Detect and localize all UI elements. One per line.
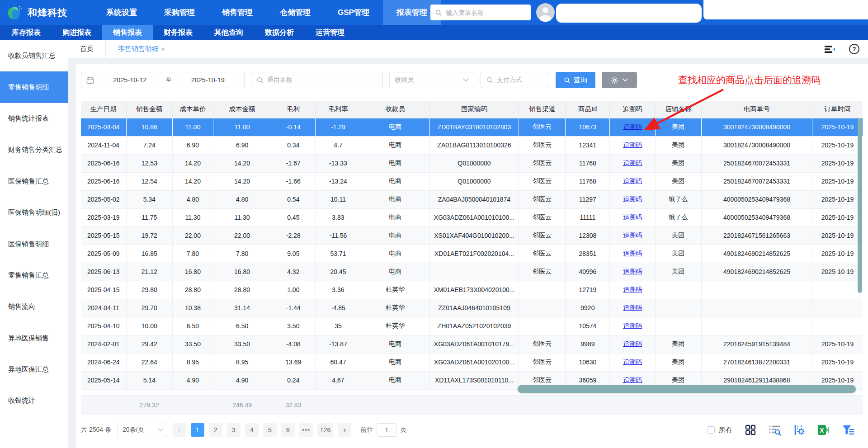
trace-code-link[interactable]: 追溯码 bbox=[623, 195, 642, 203]
cashier-select[interactable]: 收银员 bbox=[389, 72, 474, 88]
page-button[interactable]: 126 bbox=[317, 423, 333, 437]
page-button[interactable]: 1 bbox=[191, 423, 204, 437]
subnav-item[interactable]: 库存报表 bbox=[1, 25, 52, 40]
date-range-picker[interactable]: 2025-10-12 至 2025-10-19 bbox=[81, 72, 245, 88]
excel-export-icon[interactable]: X bbox=[817, 424, 830, 436]
topnav-item[interactable]: 采购管理 bbox=[151, 0, 208, 25]
date-from-value[interactable]: 2025-10-12 bbox=[99, 76, 161, 84]
trace-code-link[interactable]: 追溯码 bbox=[623, 250, 642, 257]
table-row[interactable]: 2024-04-1129.7010.3831.14-1.44-4.85杜英华ZZ… bbox=[81, 299, 863, 317]
sidebar-item[interactable]: 销售统计报表 bbox=[0, 103, 68, 134]
subnav-item[interactable]: 运营管理 bbox=[305, 25, 355, 40]
sidebar-item[interactable]: 异地医保销售 bbox=[0, 323, 68, 354]
table-row[interactable]: 2025-05-025.344.804.800.5410.11电商ZA04BAJ… bbox=[81, 190, 863, 208]
horizontal-scrollbar-thumb[interactable] bbox=[518, 385, 856, 393]
tab-home[interactable]: 首页 bbox=[68, 40, 106, 58]
menu-search-box[interactable] bbox=[430, 5, 531, 20]
page-button[interactable]: 4 bbox=[245, 423, 259, 437]
column-header[interactable]: 成本金额 bbox=[213, 101, 271, 118]
list-search-icon[interactable] bbox=[769, 424, 781, 436]
column-header[interactable]: 毛利率 bbox=[316, 101, 361, 118]
table-row[interactable]: 2025-06-1612.5314.2014.20-1.67-13.33电商Q0… bbox=[81, 154, 863, 172]
table-row[interactable]: 2024-02-0129.4233.5033.50-4.08-13.87电商XG… bbox=[81, 335, 863, 353]
trace-code-link[interactable]: 追溯码 bbox=[623, 358, 642, 365]
trace-code-link[interactable]: 追溯码 bbox=[623, 159, 642, 166]
subnav-item[interactable]: 销售报表 bbox=[102, 25, 153, 40]
vertical-scrollbar-thumb[interactable] bbox=[858, 118, 862, 293]
grid-view-icon[interactable] bbox=[745, 424, 756, 436]
menu-search-input[interactable] bbox=[446, 9, 518, 16]
table-row[interactable]: 2024-06-2422.648.958.9513.6960.47电商XG03A… bbox=[81, 353, 863, 371]
trace-code-link[interactable]: 追溯码 bbox=[623, 286, 642, 293]
table-row[interactable]: 2025-06-1612.5414.2014.20-1.66-13.24电商Q0… bbox=[81, 172, 863, 190]
user-avatar[interactable] bbox=[536, 3, 555, 22]
page-button[interactable]: 6 bbox=[281, 423, 295, 437]
topnav-item[interactable]: 销售管理 bbox=[208, 0, 266, 25]
column-header[interactable]: 商品Id bbox=[566, 101, 610, 118]
query-button[interactable]: 查询 bbox=[556, 72, 595, 88]
tab-retail-sales-detail[interactable]: 零售销售明细 × bbox=[106, 40, 177, 58]
select-all-checkbox[interactable] bbox=[708, 426, 715, 434]
page-button[interactable]: 5 bbox=[263, 423, 277, 437]
help-icon[interactable]: ? bbox=[849, 43, 860, 55]
next-page-button[interactable]: › bbox=[338, 423, 351, 437]
column-header[interactable]: 毛利 bbox=[271, 101, 316, 118]
more-pages-button[interactable]: ••• bbox=[299, 423, 313, 437]
column-header[interactable]: 成本单价 bbox=[172, 101, 213, 118]
trace-code-link[interactable]: 追溯码 bbox=[623, 322, 642, 329]
sidebar-item[interactable]: 医保销售明细 bbox=[0, 228, 68, 259]
trace-code-link[interactable]: 追溯码 bbox=[623, 141, 642, 148]
table-row[interactable]: 2025-04-1010.006.506.503.5035杜英华ZH01AAZ0… bbox=[81, 317, 863, 335]
sidebar-item[interactable]: 医保销售汇总 bbox=[0, 166, 68, 197]
trace-code-link[interactable]: 追溯码 bbox=[623, 340, 642, 347]
payment-method-search[interactable]: 支付方式 bbox=[481, 72, 549, 88]
settings-dropdown-button[interactable] bbox=[602, 72, 637, 88]
topnav-item[interactable]: 仓储管理 bbox=[266, 0, 324, 25]
topnav-item[interactable]: 系统设置 bbox=[93, 0, 151, 25]
subnav-item[interactable]: 财务报表 bbox=[153, 25, 203, 40]
topnav-item[interactable]: GSP管理 bbox=[324, 0, 383, 25]
subnav-item[interactable]: 购进报表 bbox=[52, 25, 102, 40]
goto-page-input[interactable] bbox=[377, 423, 396, 437]
subnav-item[interactable]: 数据分析 bbox=[254, 25, 305, 40]
table-row[interactable]: 2025-05-1519.7222.0022.00-2.28-11.56电商XS… bbox=[81, 226, 863, 245]
sidebar-item[interactable]: 零售销售明细 bbox=[0, 71, 68, 103]
table-row[interactable]: 2024-11-047.246.906.900.344.7电商ZA01BAG01… bbox=[81, 136, 863, 154]
tab-close-icon[interactable]: × bbox=[161, 45, 165, 53]
trace-code-link[interactable]: 追溯码 bbox=[623, 376, 642, 383]
subnav-item[interactable]: 其他查询 bbox=[203, 25, 254, 40]
sidebar-item[interactable]: 收银统计 bbox=[0, 385, 68, 416]
prev-page-button[interactable]: ‹ bbox=[173, 423, 186, 437]
trace-code-link[interactable]: 追溯码 bbox=[623, 268, 642, 275]
date-to-value[interactable]: 2025-10-19 bbox=[177, 76, 240, 84]
table-row[interactable]: 2025-04-0410.8611.0011.00-0.14-1.29电商ZD0… bbox=[81, 118, 863, 136]
table-row[interactable]: 2025-05-0916.857.807.809.0553.71电商XD01AE… bbox=[81, 245, 863, 263]
sidebar-item[interactable]: 零售销售汇总 bbox=[0, 260, 68, 291]
column-settings-icon[interactable] bbox=[793, 424, 805, 436]
column-header[interactable]: 国家编码 bbox=[429, 101, 519, 118]
sidebar-item[interactable]: 销售流向 bbox=[0, 291, 68, 322]
sidebar-item[interactable]: 医保销售明细(旧) bbox=[0, 197, 68, 228]
trace-code-link[interactable]: 追溯码 bbox=[623, 213, 642, 221]
trace-code-link[interactable]: 追溯码 bbox=[623, 304, 642, 311]
sidebar-item[interactable]: 异地医保汇总 bbox=[0, 354, 68, 385]
generic-name-search[interactable]: 通用名称 bbox=[251, 72, 383, 88]
column-header[interactable]: 收款员 bbox=[361, 101, 429, 118]
sidebar-item[interactable]: 财务销售分类汇总 bbox=[0, 134, 68, 165]
column-header[interactable]: 销售金额 bbox=[126, 101, 172, 118]
table-row[interactable]: 2025-03-1911.7511.3011.300.453.83电商XG03A… bbox=[81, 208, 863, 226]
table-cell: 追溯码 bbox=[610, 154, 655, 172]
page-button[interactable]: 3 bbox=[227, 423, 241, 437]
filter-funnel-icon[interactable] bbox=[842, 424, 854, 436]
trace-code-link[interactable]: 追溯码 bbox=[623, 177, 642, 184]
column-header[interactable]: 生产日期 bbox=[81, 101, 126, 118]
tab-list-menu-icon[interactable] bbox=[824, 44, 836, 54]
column-header[interactable]: 销售渠道 bbox=[519, 101, 566, 118]
table-row[interactable]: 2025-04-1529.8028.8028.801.003.36杜英华XM01… bbox=[81, 281, 863, 299]
page-size-select[interactable]: 20条/页 bbox=[118, 423, 168, 437]
column-header[interactable]: 订单时间 bbox=[812, 101, 863, 118]
trace-code-link[interactable]: 追溯码 bbox=[623, 231, 642, 239]
table-row[interactable]: 2025-06-1321.1216.8016.804.3220.45电商邻医云4… bbox=[81, 263, 863, 281]
page-button[interactable]: 2 bbox=[209, 423, 222, 437]
sidebar-item[interactable]: 收款员销售汇总 bbox=[0, 40, 68, 71]
